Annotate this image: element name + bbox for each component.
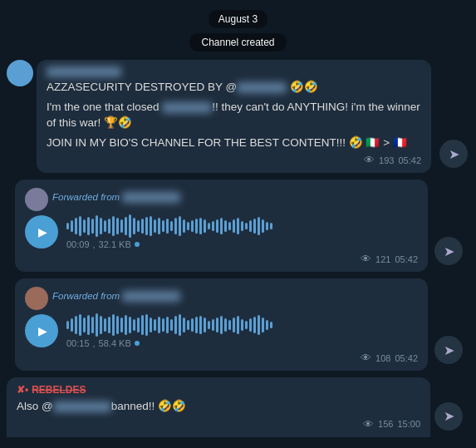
message-text-1c: JOIN IN MY BIO'S CHANNEL FOR THE BEST CO…	[47, 135, 421, 151]
date-label: August 3	[209, 10, 267, 28]
forward-button-1[interactable]: ➤	[439, 140, 468, 168]
timestamp-bottom: 15:00	[397, 419, 420, 429]
sender-name-1	[47, 66, 421, 77]
message-text-1: AZZASECURITY DESTROYED BY @ 🤣🤣	[47, 79, 421, 96]
waveform-1	[66, 214, 418, 238]
mention-blurred-2	[162, 102, 212, 113]
audio-message-2: Forwarded from	[7, 278, 469, 371]
sender-name-blurred	[47, 66, 121, 77]
bottom-message-bubble: ✘• REBELDES Also @banned!! 🤣🤣 👁 156 15:0…	[7, 377, 430, 437]
audio-info-2: 00:15, 58.4 KB	[66, 313, 418, 348]
waveform-2	[66, 313, 418, 337]
view-icon-bottom: 👁	[363, 418, 374, 431]
forward-button-audio-2[interactable]: ➤	[434, 336, 463, 364]
message-meta-1: 👁 193 05:42	[47, 154, 421, 166]
view-count-audio-1: 121	[375, 254, 390, 264]
system-message-text: Channel created	[189, 33, 286, 52]
view-count-bottom: 156	[378, 419, 393, 429]
date-badge: August 3	[0, 0, 476, 33]
audio-meta-1: 👁 121 05:42	[25, 253, 418, 265]
audio-row-1: 00:09, 32.1 KB	[25, 214, 418, 249]
audio-message-1: Forwarded from	[7, 180, 469, 272]
bottom-message-meta: 👁 156 15:00	[17, 418, 420, 431]
mention-blurred-bottom	[53, 401, 111, 412]
avatar-audio-1	[25, 188, 48, 211]
timestamp-1: 05:42	[398, 155, 421, 165]
mention-blurred-1	[237, 82, 287, 93]
forwarded-name-blurred-1	[122, 192, 180, 203]
audio-row-2: 00:15, 58.4 KB	[25, 313, 418, 348]
timestamp-audio-1: 05:42	[395, 254, 418, 264]
view-count-1: 193	[379, 155, 394, 165]
view-icon-audio-2: 👁	[361, 352, 371, 364]
message-row-1: AZZASECURITY DESTROYED BY @ 🤣🤣 I'm the o…	[7, 60, 469, 173]
audio-dot-1	[135, 242, 140, 247]
view-icon-audio-1: 👁	[361, 253, 371, 265]
forwarded-label-1: Forwarded from	[52, 192, 180, 203]
bottom-message-row: ✘• REBELDES Also @banned!! 🤣🤣 👁 156 15:0…	[7, 377, 469, 437]
system-message: Channel created	[0, 33, 476, 52]
play-button-2[interactable]	[25, 314, 58, 347]
avatar-1	[7, 60, 33, 86]
message-text-1b: I'm the one that closed !! they can't do…	[47, 99, 421, 131]
chat-background: August 3 Channel created AZZASECURITY DE…	[0, 0, 476, 448]
audio-duration-1: 00:09, 32.1 KB	[66, 239, 418, 249]
message-bubble-1: AZZASECURITY DESTROYED BY @ 🤣🤣 I'm the o…	[37, 60, 431, 173]
view-count-audio-2: 108	[375, 353, 390, 363]
sender-tag: ✘• REBELDES	[17, 384, 86, 396]
audio-bubble-2: Forwarded from	[15, 278, 428, 371]
forward-button-audio-1[interactable]: ➤	[434, 237, 463, 265]
play-button-1[interactable]	[25, 215, 58, 249]
forwarded-name-blurred-2	[122, 291, 180, 302]
audio-meta-2: 👁 108 05:42	[25, 352, 418, 364]
audio-info-1: 00:09, 32.1 KB	[66, 214, 418, 249]
view-icon-1: 👁	[364, 154, 375, 166]
forward-button-bottom[interactable]: ➤	[434, 402, 463, 431]
bottom-message-text: Also @banned!! 🤣🤣	[17, 398, 420, 415]
timestamp-audio-2: 05:42	[395, 353, 418, 363]
forwarded-label-2: Forwarded from	[52, 291, 180, 302]
audio-bubble-1: Forwarded from	[15, 180, 428, 272]
audio-dot-2	[135, 341, 140, 346]
avatar-audio-2	[25, 287, 48, 310]
audio-duration-2: 00:15, 58.4 KB	[66, 338, 418, 348]
